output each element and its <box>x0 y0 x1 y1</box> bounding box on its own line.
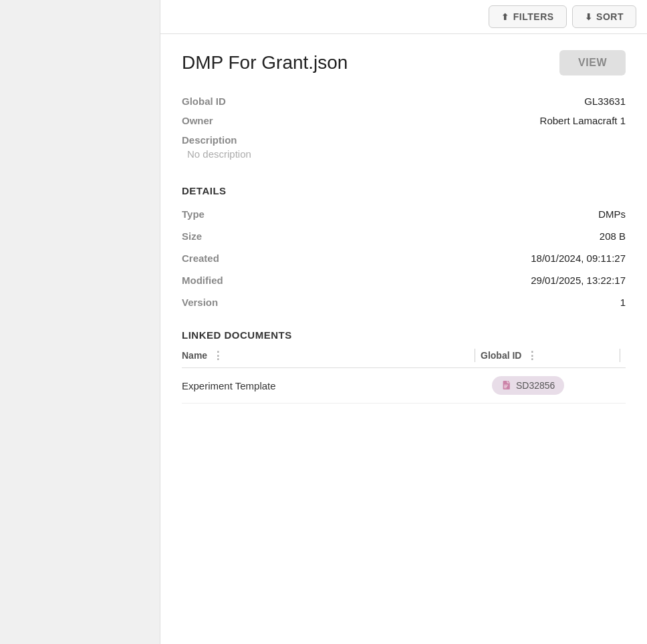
version-label: Version <box>182 297 218 308</box>
description-block: Description No description <box>182 130 626 166</box>
size-row: Size 208 B <box>182 225 626 247</box>
filters-button[interactable]: ⬆ FILTERS <box>489 5 566 28</box>
svg-rect-1 <box>504 385 508 385</box>
row-name: Experiment Template <box>182 380 492 391</box>
modified-row: Modified 29/01/2025, 13:22:17 <box>182 269 626 291</box>
type-label: Type <box>182 208 205 220</box>
file-header: DMP For Grant.json VIEW <box>182 50 626 75</box>
filters-label: FILTERS <box>513 11 554 22</box>
experiment-template-global-id: SD32856 <box>516 380 555 391</box>
details-table: Type DMPs Size 208 B Created 18/01/2024,… <box>182 203 626 313</box>
svg-rect-2 <box>504 386 507 387</box>
linked-documents-section: LINKED DOCUMENTS Name ⋮ Global ID ⋮ <box>182 329 626 404</box>
filter-icon: ⬆ <box>501 12 509 22</box>
owner-value: Robert Lamacraft 1 <box>540 115 626 126</box>
col-name-label: Name <box>182 350 207 361</box>
type-value: DMPs <box>598 208 626 220</box>
size-label: Size <box>182 230 202 242</box>
version-row: Version 1 <box>182 291 626 313</box>
meta-section: Global ID GL33631 Owner Robert Lamacraft… <box>182 92 626 166</box>
main-content: ⬆ FILTERS ⬇ SORT DMP For Grant.json VIEW… <box>160 0 647 644</box>
view-button[interactable]: VIEW <box>559 50 626 75</box>
document-icon <box>501 380 512 391</box>
global-id-row: Global ID GL33631 <box>182 92 626 111</box>
col-globalid-label: Global ID <box>481 350 521 361</box>
row-global-id: SD32856 <box>492 376 626 395</box>
description-label: Description <box>182 134 626 146</box>
sort-label: SORT <box>596 11 624 22</box>
svg-rect-3 <box>504 387 507 388</box>
col-name-header: Name ⋮ <box>182 349 469 362</box>
linked-documents-header: Name ⋮ Global ID ⋮ <box>182 349 626 368</box>
created-label: Created <box>182 253 219 264</box>
owner-row: Owner Robert Lamacraft 1 <box>182 111 626 130</box>
top-bar: ⬆ FILTERS ⬇ SORT <box>160 0 647 34</box>
global-id-badge[interactable]: SD32856 <box>492 376 564 395</box>
content-area: DMP For Grant.json VIEW Global ID GL3363… <box>160 34 647 420</box>
size-value: 208 B <box>600 230 626 242</box>
created-value: 18/01/2024, 09:11:27 <box>531 253 626 264</box>
name-col-options-icon[interactable]: ⋮ <box>213 349 224 362</box>
modified-label: Modified <box>182 275 223 286</box>
owner-label: Owner <box>182 115 275 126</box>
col-globalid-header: Global ID ⋮ <box>481 349 614 362</box>
global-id-value: GL33631 <box>584 96 626 107</box>
details-section-title: DETAILS <box>182 185 626 196</box>
description-text: No description <box>182 148 626 160</box>
version-value: 1 <box>620 297 626 308</box>
sort-button[interactable]: ⬇ SORT <box>572 5 636 28</box>
global-id-label: Global ID <box>182 96 275 107</box>
created-row: Created 18/01/2024, 09:11:27 <box>182 247 626 269</box>
col-divider <box>475 349 475 362</box>
type-row: Type DMPs <box>182 203 626 225</box>
modified-value: 29/01/2025, 13:22:17 <box>531 275 626 286</box>
file-title: DMP For Grant.json <box>182 52 348 73</box>
sidebar <box>0 0 160 644</box>
linked-documents-title: LINKED DOCUMENTS <box>182 329 626 341</box>
globalid-col-options-icon[interactable]: ⋮ <box>527 349 538 362</box>
experiment-template-label: Experiment Template <box>182 380 276 391</box>
col-divider-2 <box>620 349 620 362</box>
sort-icon: ⬇ <box>585 12 593 22</box>
table-row: Experiment Template <box>182 368 626 404</box>
